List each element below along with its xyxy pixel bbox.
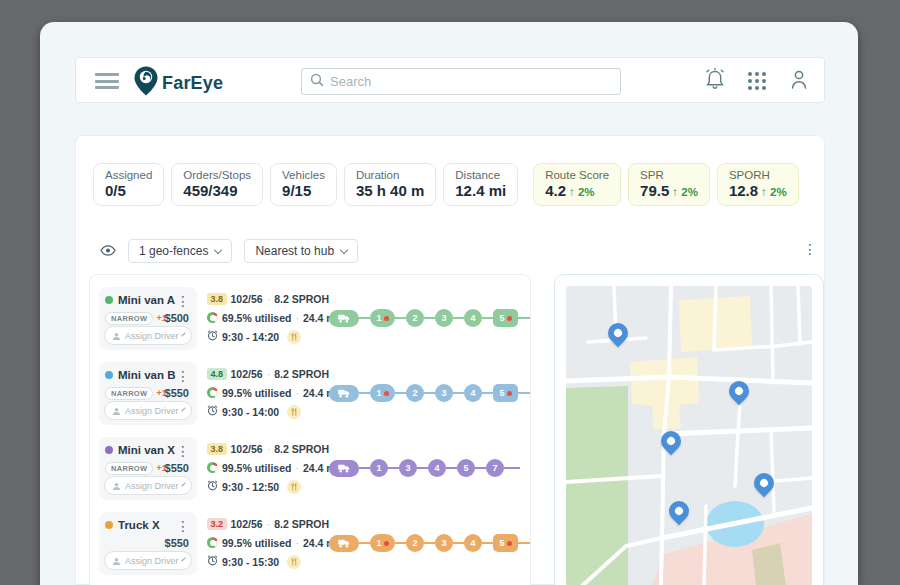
assign-driver-dropdown[interactable]: Assign Driver	[104, 551, 192, 570]
route-score-badge: 3.2	[207, 518, 227, 530]
clock-icon	[207, 405, 218, 418]
map-pin[interactable]	[750, 469, 778, 497]
route-link	[446, 467, 457, 470]
truck-icon[interactable]	[329, 535, 359, 552]
route-stop[interactable]: 5	[493, 534, 518, 552]
time-window: 9:30 - 12:50	[222, 481, 279, 493]
driver-icon	[112, 327, 121, 345]
chevron-down-icon	[214, 245, 222, 253]
eye-icon[interactable]	[100, 242, 116, 260]
break-meal-icon	[287, 480, 301, 494]
route-stop[interactable]: 5	[493, 309, 518, 327]
map-pin[interactable]	[665, 497, 693, 525]
time-window: 9:30 - 15:30	[222, 556, 279, 568]
truck-icon[interactable]	[329, 460, 359, 477]
route-stop[interactable]: 5	[493, 384, 518, 402]
route-link	[388, 467, 399, 470]
bell-icon[interactable]	[704, 67, 726, 95]
route-stop[interactable]: 3	[435, 309, 453, 327]
route-stop[interactable]: 2	[406, 384, 424, 402]
kpi-orders-stops: Orders/Stops 459/349	[171, 163, 263, 206]
route-stop[interactable]: 1	[370, 534, 395, 552]
route-stop[interactable]: 4	[464, 384, 482, 402]
chevron-down-icon	[181, 557, 186, 562]
delta-up: ↑ 2%	[569, 186, 595, 198]
route-stop[interactable]: 1	[370, 384, 395, 402]
route-link	[395, 317, 406, 320]
vehicle-status-dot	[105, 371, 113, 379]
vehicle-type-badge: NARROW	[105, 312, 153, 325]
route-link	[518, 542, 531, 545]
fareye-logo: FarEye	[134, 66, 223, 100]
sporh-value: 8.2 SPROH	[274, 368, 329, 380]
route-stop[interactable]: 3	[435, 534, 453, 552]
route-stop[interactable]: 4	[428, 459, 446, 477]
utilisation-gauge-icon	[207, 537, 218, 548]
driver-icon	[112, 477, 121, 495]
menu-icon[interactable]	[95, 73, 119, 93]
assign-driver-placeholder: Assign Driver	[125, 331, 179, 341]
assign-driver-dropdown[interactable]: Assign Driver	[104, 326, 192, 345]
more-options-icon[interactable]: ⋮	[803, 242, 817, 256]
route-link	[424, 392, 435, 395]
vehicle-card: Mini van A ⋮ NARROW +1 $500 Assign Drive…	[99, 287, 197, 350]
assign-driver-dropdown[interactable]: Assign Driver	[104, 476, 192, 495]
route-link	[482, 542, 493, 545]
route-link	[359, 542, 370, 545]
clock-icon	[207, 555, 218, 568]
map[interactable]	[566, 286, 812, 585]
map-pin[interactable]	[725, 377, 753, 405]
orders-count: 102/56	[231, 368, 263, 380]
alert-dot	[507, 391, 512, 396]
route-stop[interactable]: 7	[486, 459, 504, 477]
route-stop[interactable]: 3	[399, 459, 417, 477]
map-pin[interactable]	[657, 427, 685, 455]
utilised-value: 99.5% utilised	[222, 462, 291, 474]
assign-driver-dropdown[interactable]: Assign Driver	[104, 401, 192, 420]
clock-icon	[207, 480, 218, 493]
sporh-value: 8.2 SPROH	[274, 518, 329, 530]
alert-dot	[384, 316, 389, 321]
route-chain: 12345	[329, 534, 531, 552]
search-box[interactable]	[301, 68, 621, 95]
route-stop[interactable]: 4	[464, 309, 482, 327]
top-bar: FarEye	[75, 57, 825, 103]
user-icon[interactable]	[788, 67, 810, 95]
vehicle-menu-icon[interactable]: ⋮	[176, 444, 190, 458]
vehicle-type-badge: NARROW	[105, 462, 153, 475]
map-pin[interactable]	[604, 319, 632, 347]
kpi-route-score: Route Score 4.2↑ 2%	[533, 163, 621, 206]
route-link	[518, 392, 531, 395]
vehicle-menu-icon[interactable]: ⋮	[176, 294, 190, 308]
route-stop[interactable]: 1	[370, 309, 395, 327]
kpi-row: Assigned 0/5 Orders/Stops 459/349 Vehicl…	[93, 163, 799, 206]
sort-dropdown[interactable]: Nearest to hub	[244, 239, 358, 263]
route-stop[interactable]: 4	[464, 534, 482, 552]
truck-icon[interactable]	[329, 385, 359, 402]
kpi-duration: Duration 35 h 40 m	[344, 163, 436, 206]
kpi-assigned: Assigned 0/5	[93, 163, 164, 206]
orders-count: 102/56	[231, 293, 263, 305]
route-stop[interactable]: 1	[370, 459, 388, 477]
vehicle-menu-icon[interactable]: ⋮	[176, 519, 190, 533]
top-icons	[704, 58, 810, 104]
route-stop[interactable]: 2	[406, 309, 424, 327]
route-link	[504, 467, 520, 470]
route-stop[interactable]: 5	[457, 459, 475, 477]
app-grid-icon[interactable]	[748, 72, 766, 90]
utilised-value: 69.5% utilised	[222, 312, 291, 324]
geofence-dropdown[interactable]: 1 geo-fences	[128, 239, 232, 263]
route-chain: 13457	[329, 459, 520, 477]
chevron-down-icon	[181, 332, 186, 337]
vehicle-menu-icon[interactable]: ⋮	[176, 369, 190, 383]
route-score-badge: 3.8	[207, 293, 227, 305]
route-stop[interactable]: 2	[406, 534, 424, 552]
route-stop[interactable]: 3	[435, 384, 453, 402]
orders-count: 102/56	[231, 518, 263, 530]
alert-dot	[507, 316, 512, 321]
vehicle-info: 4.8 102/56 · 8.2 SPROH 99.5% utilised · …	[207, 364, 329, 421]
search-input[interactable]	[330, 74, 612, 89]
alert-dot	[384, 541, 389, 546]
vehicle-info: 3.8 102/56 · 8.2 SPROH 99.5% utilised · …	[207, 439, 329, 496]
truck-icon[interactable]	[329, 310, 359, 327]
